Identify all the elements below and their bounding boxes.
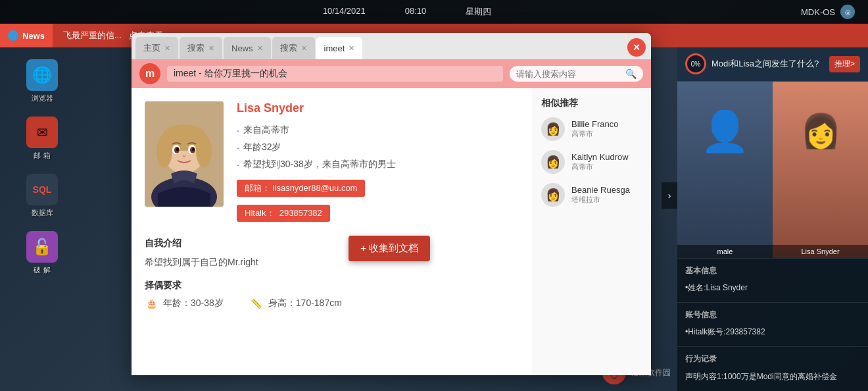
tab-imeet-close[interactable]: ✕ [349, 45, 354, 52]
intro-content: 希望找到属于自己的Mr.right [145, 255, 519, 269]
similar-avatar-1: 👩 [541, 150, 565, 174]
email-label: 邮箱： [245, 183, 270, 193]
profile-age: · 年龄32岁 [237, 139, 519, 156]
search-box: 🔍 [510, 66, 643, 82]
top-bar-right: MDK-OS ◎ [801, 5, 855, 19]
similar-avatar-2: 👩 [541, 183, 565, 207]
browser-label: 浏览器 [32, 93, 53, 103]
db-icon-item[interactable]: SQL 数据库 [26, 174, 58, 218]
similar-city-1: 高蒂市 [571, 162, 629, 172]
browser-close-button[interactable]: ✕ [627, 38, 646, 57]
profile-email-row: 邮箱： lisasnyder88@uu.com [237, 177, 519, 199]
profile-header: Lisa Snyder · 来自高蒂市 · 年龄32岁 · 希望找到30-38岁… [145, 101, 519, 224]
collect-button[interactable]: + 收集到文档 [349, 236, 430, 261]
svg-point-12 [192, 148, 195, 151]
female-avatar: 👩 [773, 82, 868, 180]
height-criteria: 📏 身高：170-187cm [250, 297, 342, 310]
tab-search-2-label: 搜索 [280, 42, 297, 54]
account-title: 账号信息 [685, 309, 860, 321]
hitalk-info: •Hitalk账号:293857382 [685, 325, 860, 340]
similar-avatar-0: 👩 [541, 117, 565, 141]
event-q-left: 0% Modi和Lisa之间发生了什么? [685, 53, 819, 74]
top-bar-center: 10/14/2021 08:10 星期四 [323, 6, 492, 18]
news-tag: News [22, 31, 45, 41]
tab-search-1[interactable]: 搜索 ✕ [180, 37, 222, 59]
slide-arrow-button[interactable]: › [662, 182, 677, 209]
browser-address-bar: m 🔍 [132, 59, 651, 88]
profile-hitalk-row: Hitalk： 293857382 [237, 202, 519, 224]
profile-city: · 来自高蒂市 [237, 122, 519, 139]
height-icon: 📏 [250, 297, 263, 310]
similar-title: 相似推荐 [541, 97, 643, 109]
basic-info-section: 基本信息 •姓名:Lisa Snyder [677, 258, 868, 302]
mail-icon: ✉ [26, 117, 58, 148]
similar-info-2: Beanie Ruesga 塔维拉市 [571, 185, 630, 205]
female-label: Lisa Snyder [773, 245, 868, 258]
height-range: 身高：170-187cm [268, 298, 342, 309]
profile-avatar [145, 101, 224, 207]
tab-imeet[interactable]: imeet ✕ [316, 37, 363, 59]
age-criteria: 🎂 年龄：30-38岁 [145, 297, 224, 310]
account-info-section: 账号信息 •Hitalk账号:293857382 [677, 302, 868, 346]
age-icon: 🎂 [145, 297, 158, 310]
profile-section: Lisa Snyder · 来自高蒂市 · 年龄32岁 · 希望找到30-38岁… [132, 88, 533, 375]
weekday-display: 星期四 [466, 6, 491, 18]
imeet-logo: m [139, 63, 160, 84]
similar-name-1: Kaitlyn Kudrow [571, 152, 629, 162]
criteria-title: 择偶要求 [145, 280, 519, 292]
push-button[interactable]: 推理> [829, 56, 860, 72]
crack-label: 破 解 [34, 265, 50, 275]
os-label: MDK-OS [801, 7, 835, 17]
browser-icon: 🌐 [26, 59, 58, 91]
tab-homepage[interactable]: 主页 ✕ [135, 37, 178, 59]
similar-panel: 相似推荐 👩 Billie Franco 高蒂市 👩 Kaitlyn Kudro… [533, 88, 651, 375]
right-panel: ★ 事件目标 0/4 ▼ 0% Modi和Lisa之间发生了什么? 推理> 👤 … [677, 24, 868, 391]
tab-news-close[interactable]: ✕ [257, 45, 263, 52]
browser-icon-item[interactable]: 🌐 浏览器 [26, 59, 58, 103]
event-question-text: Modi和Lisa之间发生了什么? [711, 58, 819, 70]
search-submit-button[interactable]: 🔍 [625, 68, 637, 79]
profile-seeking: · 希望找到30-38岁，来自高蒂市的男士 [237, 156, 519, 173]
hitalk-value: 293857382 [279, 208, 322, 218]
tab-search-2[interactable]: 搜索 ✕ [272, 37, 315, 59]
desktop: HANDY BOUT 10/14/2021 08:10 星期四 MDK-OS ◎… [0, 0, 868, 391]
char-card-female: 👩 Lisa Snyder [773, 82, 868, 258]
char-card-male: 👤 male [677, 82, 773, 258]
time-display: 08:10 [405, 6, 427, 18]
news-label: News [0, 24, 53, 47]
tab-homepage-close[interactable]: ✕ [164, 45, 170, 52]
tab-news[interactable]: News ✕ [224, 37, 271, 59]
mdk-icon[interactable]: ◎ [840, 5, 855, 19]
tab-search-1-close[interactable]: ✕ [208, 45, 214, 52]
top-bar: 10/14/2021 08:10 星期四 MDK-OS ◎ [0, 0, 868, 24]
mail-icon-item[interactable]: ✉ 邮 箱 [26, 117, 58, 161]
browser-tabs: 主页 ✕ 搜索 ✕ News ✕ 搜索 ✕ imeet ✕ [132, 33, 651, 59]
behavior-text: 声明内容1:1000万是Modi同意的离婚补偿金 [685, 369, 860, 384]
event-question: 0% Modi和Lisa之间发生了什么? 推理> [677, 47, 868, 82]
similar-item-0[interactable]: 👩 Billie Franco 高蒂市 [541, 117, 643, 141]
desktop-icons: 🌐 浏览器 ✉ 邮 箱 SQL 数据库 🔓 破 解 [26, 59, 58, 275]
address-input[interactable] [167, 66, 503, 82]
similar-city-0: 高蒂市 [571, 129, 619, 139]
tab-search-1-label: 搜索 [187, 42, 205, 54]
similar-item-2[interactable]: 👩 Beanie Ruesga 塔维拉市 [541, 183, 643, 207]
similar-item-1[interactable]: 👩 Kaitlyn Kudrow 高蒂市 [541, 150, 643, 174]
crack-icon: 🔓 [26, 231, 58, 263]
crack-icon-item[interactable]: 🔓 破 解 [26, 231, 58, 275]
db-label: 数据库 [32, 208, 53, 218]
character-cards: 👤 male 👩 Lisa Snyder [677, 82, 868, 258]
similar-info-0: Billie Franco 高蒂市 [571, 119, 619, 139]
similar-city-2: 塔维拉市 [571, 195, 630, 205]
search-input[interactable] [516, 69, 621, 79]
mail-label: 邮 箱 [34, 151, 50, 161]
similar-name-0: Billie Franco [571, 119, 619, 129]
basic-info-title: 基本信息 [685, 265, 860, 276]
hitalk-label-text: Hitalk： [245, 208, 275, 218]
tab-imeet-label: imeet [324, 43, 345, 53]
tab-search-2-close[interactable]: ✕ [301, 45, 307, 52]
intro-title: 自我介绍 [145, 238, 519, 249]
email-value: lisasnyder88@uu.com [273, 183, 358, 193]
progress-text: 0% [691, 61, 700, 68]
profile-name: Lisa Snyder [237, 101, 519, 115]
similar-info-1: Kaitlyn Kudrow 高蒂市 [571, 152, 629, 172]
